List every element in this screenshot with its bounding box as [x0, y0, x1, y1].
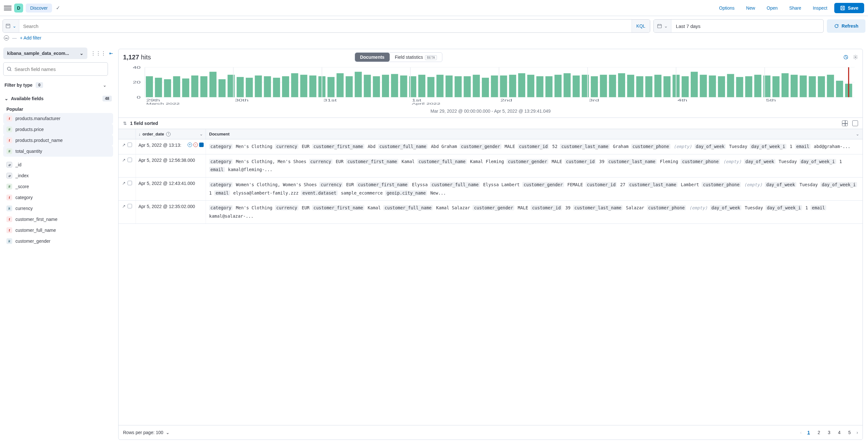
toggle-column-icon[interactable] — [199, 142, 204, 147]
doc-field-value: Abd — [368, 144, 375, 149]
add-filter-button[interactable]: + Add filter — [20, 35, 41, 40]
doc-field-key: email — [795, 144, 811, 149]
row-checkbox[interactable] — [127, 158, 132, 162]
page-4[interactable]: 4 — [836, 428, 843, 436]
field-search-box[interactable] — [3, 62, 108, 76]
refresh-button[interactable]: Refresh — [827, 19, 865, 33]
svg-rect-74 — [700, 75, 707, 97]
datasource-selector[interactable]: kibana_sample_data_ecom... ⌄ — [3, 47, 87, 59]
svg-rect-69 — [654, 75, 661, 97]
top-link-inspect[interactable]: Inspect — [808, 5, 832, 10]
expand-row-icon[interactable]: ↗ — [122, 204, 126, 209]
row-checkbox[interactable] — [127, 204, 132, 209]
svg-text:0: 0 — [137, 95, 141, 99]
doc-field-key: day_of_week — [694, 144, 726, 149]
sort-desc-icon: ↓ — [138, 132, 141, 136]
search-input[interactable] — [19, 24, 631, 29]
field-type-icon: t — [6, 227, 12, 233]
row-checkbox[interactable] — [127, 142, 132, 147]
svg-rect-79 — [745, 76, 752, 97]
doc-field-value: sample_ecommerce — [341, 190, 382, 195]
field-item[interactable]: ⌀ _index — [3, 170, 113, 181]
gear-icon[interactable] — [853, 55, 858, 60]
column-document[interactable]: Document ⌄ — [206, 129, 863, 139]
svg-rect-35 — [346, 76, 353, 97]
filter-options-icon[interactable] — [4, 35, 9, 40]
top-link-new[interactable]: New — [742, 5, 760, 10]
chevron-down-icon[interactable]: ⌄ — [199, 132, 203, 136]
more-options-icon[interactable]: ⋮⋮⋮ — [91, 51, 106, 57]
filter-row: — + Add filter — [0, 34, 868, 44]
field-item[interactable]: t customer_first_name — [3, 214, 113, 225]
saved-query-menu[interactable]: ⌄ — [3, 20, 19, 32]
svg-text:40: 40 — [133, 65, 141, 70]
histogram-chart[interactable]: 0204029thMarch 202230th31st1stApril 2022… — [124, 65, 858, 107]
avatar[interactable]: D — [14, 3, 23, 12]
doc-field-value: Men's Clothing, Men's Shoes — [236, 159, 306, 164]
expand-row-icon[interactable]: ↗ — [122, 181, 126, 186]
next-page-button[interactable]: › — [857, 430, 858, 435]
page-3[interactable]: 3 — [826, 428, 832, 436]
field-item[interactable]: t customer_full_name — [3, 225, 113, 236]
fullscreen-icon[interactable] — [852, 120, 858, 126]
column-doc-label: Document — [209, 132, 230, 136]
field-item[interactable]: k customer_gender — [3, 236, 113, 247]
app-switcher-button[interactable]: Discover — [26, 3, 52, 12]
svg-rect-25 — [255, 75, 262, 97]
svg-rect-24 — [246, 78, 253, 97]
svg-rect-51 — [491, 75, 498, 97]
expand-row-icon[interactable]: ↗ — [122, 142, 126, 147]
field-item[interactable]: t category — [3, 192, 113, 203]
doc-field-value: EUR — [302, 205, 309, 210]
prev-page-button[interactable]: ‹ — [800, 430, 802, 435]
cell-document: category Men's Clothing currency EUR cus… — [206, 139, 863, 154]
row-checkbox[interactable] — [127, 181, 132, 185]
available-fields-header[interactable]: ⌄ Available fields 48 — [3, 94, 113, 103]
page-5[interactable]: 5 — [846, 428, 853, 436]
field-item[interactable]: # products.price — [3, 124, 113, 135]
columns-icon[interactable] — [842, 120, 848, 126]
doc-field-value: Kamal — [402, 159, 415, 164]
doc-field-key: customer_id — [531, 205, 562, 210]
doc-field-value: MALE — [518, 205, 528, 210]
field-item[interactable]: k currency — [3, 203, 113, 214]
page-2[interactable]: 2 — [816, 428, 822, 436]
expand-row-icon[interactable]: ↗ — [122, 158, 126, 162]
top-link-share[interactable]: Share — [785, 5, 806, 10]
column-order-date[interactable]: ↓ order_date ⌄ — [136, 129, 206, 139]
doc-field-key: email — [810, 205, 826, 210]
chart-options-icon[interactable] — [843, 55, 848, 60]
field-item[interactable]: t products.manufacturer — [3, 113, 113, 124]
save-icon — [840, 5, 845, 10]
svg-rect-75 — [709, 75, 716, 97]
tab-documents[interactable]: Documents — [355, 53, 390, 62]
sort-icon[interactable]: ⇅ — [123, 121, 127, 126]
save-button[interactable]: Save — [834, 3, 864, 13]
field-item[interactable]: # _score — [3, 181, 113, 192]
rows-per-page-select[interactable]: Rows per page: 100 ⌄ — [123, 430, 169, 435]
top-link-open[interactable]: Open — [762, 5, 782, 10]
top-link-options[interactable]: Options — [714, 5, 739, 10]
tab-field-statistics[interactable]: Field statisticsBETA — [390, 53, 442, 62]
svg-rect-33 — [327, 77, 334, 97]
field-type-icon: # — [6, 148, 12, 154]
doc-field-key: category — [209, 182, 232, 187]
date-picker[interactable]: ⌄ Last 7 days — [653, 19, 824, 33]
page-1[interactable]: 1 — [805, 428, 812, 436]
hamburger-menu-icon[interactable] — [4, 4, 11, 12]
svg-rect-46 — [445, 75, 453, 97]
doc-field-value: abd@graham-... — [814, 144, 850, 149]
field-item[interactable]: ⌀ _id — [3, 159, 113, 170]
kql-toggle[interactable]: KQL — [631, 20, 650, 32]
filter-for-icon[interactable]: + — [188, 142, 192, 147]
doc-field-value: 1 — [805, 205, 808, 210]
filter-by-type-toggle[interactable]: Filter by type 0 ⌄ — [3, 80, 108, 90]
field-item[interactable]: t products.product_name — [3, 135, 113, 146]
chevron-down-icon[interactable]: ⌄ — [856, 132, 859, 136]
field-item[interactable]: # total_quantity — [3, 146, 113, 157]
field-search-input[interactable] — [14, 66, 104, 72]
collapse-sidebar-icon[interactable]: ⇤ — [109, 51, 113, 56]
svg-rect-0 — [841, 6, 844, 10]
filter-out-icon[interactable]: − — [193, 142, 198, 147]
doc-field-value: Men's Clothing — [236, 205, 272, 210]
